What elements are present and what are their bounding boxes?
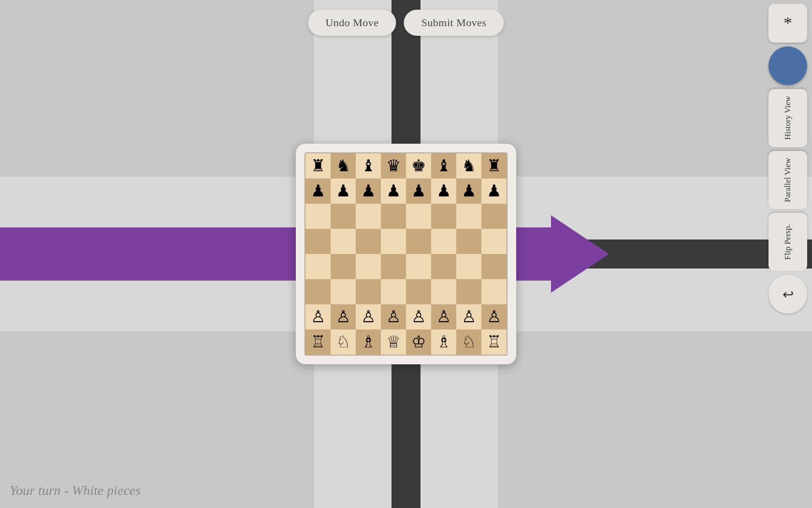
chess-cell-4-7[interactable] bbox=[481, 254, 507, 279]
chess-cell-0-6[interactable]: ♞ bbox=[456, 153, 481, 179]
chess-cell-6-3[interactable]: ♙ bbox=[381, 304, 406, 329]
blue-circle-button[interactable] bbox=[768, 46, 807, 85]
chess-cell-6-2[interactable]: ♙ bbox=[356, 304, 381, 329]
chess-cell-2-1[interactable] bbox=[331, 204, 356, 229]
arrow-head bbox=[551, 215, 609, 293]
chess-board[interactable]: ♜♞♝♛♚♝♞♜♟♟♟♟♟♟♟♟♙♙♙♙♙♙♙♙♖♘♗♕♔♗♘♖ bbox=[304, 152, 508, 356]
chess-cell-7-2[interactable]: ♗ bbox=[356, 329, 381, 355]
chess-cell-0-2[interactable]: ♝ bbox=[356, 153, 381, 179]
chess-cell-4-2[interactable] bbox=[356, 254, 381, 279]
chess-cell-7-6[interactable]: ♘ bbox=[456, 329, 481, 355]
chess-cell-7-5[interactable]: ♗ bbox=[431, 329, 456, 355]
chess-cell-0-4[interactable]: ♚ bbox=[406, 153, 431, 179]
chess-cell-2-7[interactable] bbox=[481, 204, 507, 229]
chess-cell-1-1[interactable]: ♟ bbox=[331, 179, 356, 204]
chess-cell-4-4[interactable] bbox=[406, 254, 431, 279]
chess-cell-1-5[interactable]: ♟ bbox=[431, 179, 456, 204]
asterisk-button[interactable]: * bbox=[768, 4, 807, 43]
chess-cell-4-6[interactable] bbox=[456, 254, 481, 279]
history-view-button[interactable]: History View bbox=[768, 89, 807, 147]
chess-cell-2-4[interactable] bbox=[406, 204, 431, 229]
chess-cell-1-2[interactable]: ♟ bbox=[356, 179, 381, 204]
chess-cell-0-1[interactable]: ♞ bbox=[331, 153, 356, 179]
status-text: Your turn - White pieces bbox=[10, 483, 141, 498]
chess-cell-1-0[interactable]: ♟ bbox=[305, 179, 331, 204]
chess-cell-7-4[interactable]: ♔ bbox=[406, 329, 431, 355]
chess-cell-3-5[interactable] bbox=[431, 229, 456, 254]
chess-cell-0-3[interactable]: ♛ bbox=[381, 153, 406, 179]
chess-cell-4-1[interactable] bbox=[331, 254, 356, 279]
chess-cell-6-7[interactable]: ♙ bbox=[481, 304, 507, 329]
chess-cell-5-7[interactable] bbox=[481, 279, 507, 304]
chess-cell-2-3[interactable] bbox=[381, 204, 406, 229]
chess-cell-2-0[interactable] bbox=[305, 204, 331, 229]
chess-cell-6-5[interactable]: ♙ bbox=[431, 304, 456, 329]
chess-cell-3-1[interactable] bbox=[331, 229, 356, 254]
submit-moves-button[interactable]: Submit Moves bbox=[404, 10, 504, 36]
chess-cell-0-5[interactable]: ♝ bbox=[431, 153, 456, 179]
flip-persp-button[interactable]: Flip Persp. bbox=[768, 213, 807, 271]
chess-cell-5-6[interactable] bbox=[456, 279, 481, 304]
chess-cell-3-6[interactable] bbox=[456, 229, 481, 254]
chess-cell-5-2[interactable] bbox=[356, 279, 381, 304]
chess-cell-2-5[interactable] bbox=[431, 204, 456, 229]
chess-cell-7-3[interactable]: ♕ bbox=[381, 329, 406, 355]
chess-cell-6-6[interactable]: ♙ bbox=[456, 304, 481, 329]
chess-cell-1-3[interactable]: ♟ bbox=[381, 179, 406, 204]
chess-cell-3-2[interactable] bbox=[356, 229, 381, 254]
chess-cell-3-7[interactable] bbox=[481, 229, 507, 254]
chess-cell-5-3[interactable] bbox=[381, 279, 406, 304]
chess-cell-6-0[interactable]: ♙ bbox=[305, 304, 331, 329]
chess-cell-2-2[interactable] bbox=[356, 204, 381, 229]
chess-cell-5-1[interactable] bbox=[331, 279, 356, 304]
chess-cell-2-6[interactable] bbox=[456, 204, 481, 229]
chess-cell-5-0[interactable] bbox=[305, 279, 331, 304]
undo-move-button[interactable]: Undo Move bbox=[308, 10, 396, 36]
chess-cell-0-0[interactable]: ♜ bbox=[305, 153, 331, 179]
chess-cell-3-3[interactable] bbox=[381, 229, 406, 254]
chess-cell-1-6[interactable]: ♟ bbox=[456, 179, 481, 204]
chess-cell-0-7[interactable]: ♜ bbox=[481, 153, 507, 179]
chess-cell-5-5[interactable] bbox=[431, 279, 456, 304]
parallel-view-button[interactable]: Parallel View bbox=[768, 151, 807, 209]
chess-cell-4-5[interactable] bbox=[431, 254, 456, 279]
right-panel: * History View Parallel View Flip Persp.… bbox=[764, 0, 812, 508]
chess-cell-5-4[interactable] bbox=[406, 279, 431, 304]
top-buttons: Undo Move Submit Moves bbox=[308, 10, 504, 36]
chess-cell-7-1[interactable]: ♘ bbox=[331, 329, 356, 355]
chess-cell-6-1[interactable]: ♙ bbox=[331, 304, 356, 329]
chess-cell-7-7[interactable]: ♖ bbox=[481, 329, 507, 355]
chess-cell-1-4[interactable]: ♟ bbox=[406, 179, 431, 204]
board-container: ♜♞♝♛♚♝♞♜♟♟♟♟♟♟♟♟♙♙♙♙♙♙♙♙♖♘♗♕♔♗♘♖ bbox=[296, 144, 516, 364]
chess-cell-7-0[interactable]: ♖ bbox=[305, 329, 331, 355]
back-button[interactable]: ↩ bbox=[768, 275, 807, 314]
chess-cell-4-0[interactable] bbox=[305, 254, 331, 279]
chess-cell-4-3[interactable] bbox=[381, 254, 406, 279]
chess-cell-1-7[interactable]: ♟ bbox=[481, 179, 507, 204]
chess-cell-3-0[interactable] bbox=[305, 229, 331, 254]
chess-cell-3-4[interactable] bbox=[406, 229, 431, 254]
chess-cell-6-4[interactable]: ♙ bbox=[406, 304, 431, 329]
